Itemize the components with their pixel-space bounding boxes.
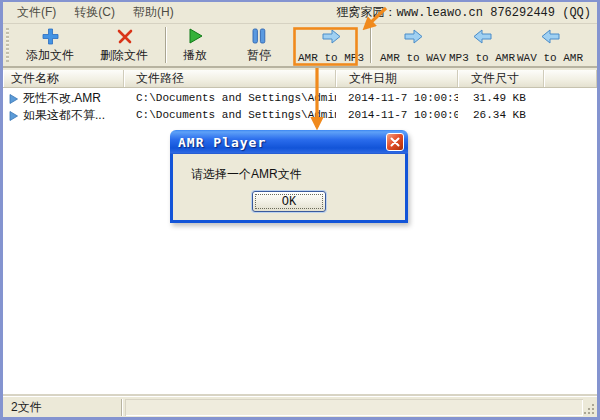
pause-button[interactable]: 暂停 <box>235 26 283 64</box>
file-name: 死性不改.AMR <box>23 90 101 107</box>
delete-file-button[interactable]: 删除文件 <box>92 26 156 64</box>
column-header-date[interactable]: 文件日期 <box>336 70 458 87</box>
mp3-to-amr-label: MP3 to AMR <box>449 52 515 64</box>
menu-file[interactable]: 文件(F) <box>8 2 65 23</box>
plus-icon <box>42 27 59 45</box>
promo-text: 狸窝家园：www.leawo.cn 876292449 (QQ) <box>337 4 597 21</box>
menu-convert[interactable]: 转换(C) <box>65 2 124 23</box>
add-file-button[interactable]: 添加文件 <box>18 26 82 64</box>
file-date: 2014-11-7 10:00:32 <box>336 90 458 107</box>
table-row[interactable]: 死性不改.AMR C:\Documents and Settings\Admin… <box>3 90 597 107</box>
arrow-right-icon <box>322 27 341 45</box>
menu-bar: 文件(F) 转换(C) 帮助(H) 狸窝家园：www.leawo.cn 8762… <box>3 2 597 24</box>
column-header-name[interactable]: 文件名称 <box>3 70 124 87</box>
ok-button-label: OK <box>255 194 323 209</box>
play-icon <box>188 27 203 45</box>
play-button[interactable]: 播放 <box>171 26 219 64</box>
dialog-message: 请选择一个AMR文件 <box>191 166 302 183</box>
file-date: 2014-11-7 10:00:04 <box>336 107 458 124</box>
arrow-left-icon <box>541 27 560 45</box>
file-size: 26.34 KB <box>458 107 544 124</box>
amr-to-mp3-button[interactable]: AMR to MP3 <box>301 26 361 64</box>
mp3-to-amr-button[interactable]: MP3 to AMR <box>448 26 516 64</box>
dialog-body: 请选择一个AMR文件 OK <box>170 154 408 223</box>
amr-to-wav-button[interactable]: AMR to WAV <box>378 26 448 64</box>
row-play-icon <box>9 111 18 121</box>
file-path: C:\Documents and Settings\Admin... <box>124 107 336 124</box>
resize-grip-icon[interactable] <box>583 403 596 416</box>
amr-player-dialog: AMR Player 请选择一个AMR文件 OK <box>170 130 408 223</box>
file-name: 如果这都不算... <box>23 107 105 124</box>
arrow-left-icon <box>473 27 492 45</box>
statusbar-panel <box>125 399 583 416</box>
amr-to-mp3-label: AMR to MP3 <box>298 52 364 64</box>
row-play-icon <box>9 94 18 104</box>
dialog-title-bar[interactable]: AMR Player <box>170 130 408 154</box>
toolbar-separator <box>165 27 167 63</box>
file-count-text: 2文件 <box>3 399 121 416</box>
toolbar-separator <box>370 27 372 63</box>
column-header-size[interactable]: 文件尺寸 <box>458 70 544 87</box>
delete-x-icon <box>116 27 133 45</box>
ok-button[interactable]: OK <box>252 191 326 212</box>
pause-icon <box>252 27 266 45</box>
wav-to-amr-button[interactable]: WAV to AMR <box>516 26 584 64</box>
file-path: C:\Documents and Settings\Admin... <box>124 90 336 107</box>
column-header-path[interactable]: 文件路径 <box>124 70 336 87</box>
menu-help[interactable]: 帮助(H) <box>124 2 183 23</box>
add-file-label: 添加文件 <box>26 47 74 64</box>
toolbar: 添加文件 删除文件 播放 暂停 AMR to MP3 <box>3 24 597 68</box>
dialog-close-button[interactable] <box>386 133 404 151</box>
toolbar-gripper <box>6 28 9 62</box>
statusbar-separator <box>121 399 123 416</box>
dialog-title: AMR Player <box>178 135 266 150</box>
delete-file-label: 删除文件 <box>100 47 148 64</box>
file-list: 文件名称 文件路径 文件日期 文件尺寸 死性不改.AMR C:\Document… <box>3 70 597 396</box>
file-size: 31.49 KB <box>458 90 544 107</box>
column-header-filler <box>544 70 597 87</box>
status-bar: 2文件 <box>3 396 597 417</box>
wav-to-amr-label: WAV to AMR <box>517 52 583 64</box>
file-list-body: 死性不改.AMR C:\Documents and Settings\Admin… <box>3 88 597 124</box>
pause-label: 暂停 <box>247 47 271 64</box>
close-icon <box>390 137 400 147</box>
amr-player-window: 文件(F) 转换(C) 帮助(H) 狸窝家园：www.leawo.cn 8762… <box>0 0 600 420</box>
play-label: 播放 <box>183 47 207 64</box>
arrow-right-icon <box>404 27 423 45</box>
file-list-header: 文件名称 文件路径 文件日期 文件尺寸 <box>3 70 597 88</box>
amr-to-wav-label: AMR to WAV <box>380 52 446 64</box>
table-row[interactable]: 如果这都不算... C:\Documents and Settings\Admi… <box>3 107 597 124</box>
